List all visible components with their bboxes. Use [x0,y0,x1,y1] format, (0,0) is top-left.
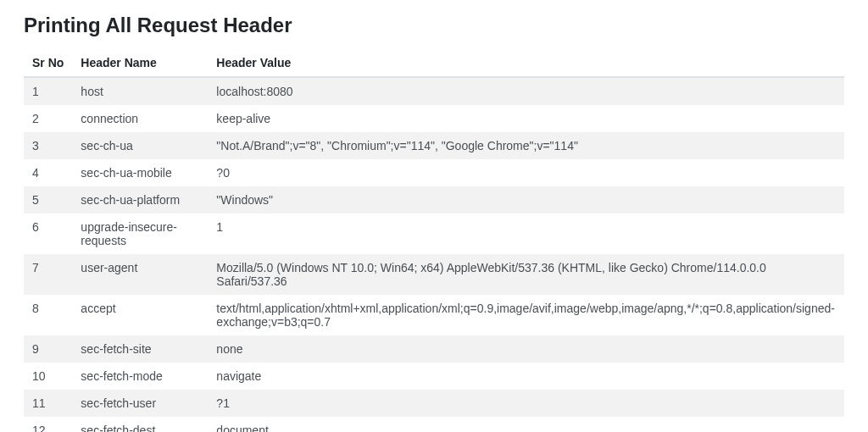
request-headers-table: Sr No Header Name Header Value 1hostloca… [24,49,844,432]
cell-sr: 11 [24,390,72,417]
cell-value: ?1 [208,390,844,417]
table-header-row: Sr No Header Name Header Value [24,49,844,77]
table-row: 11sec-fetch-user?1 [24,390,844,417]
col-header-name: Header Name [72,49,208,77]
cell-name: user-agent [72,254,208,295]
table-row: 1hostlocalhost:8080 [24,77,844,105]
cell-name: sec-fetch-mode [72,363,208,390]
cell-value: "Not.A/Brand";v="8", "Chromium";v="114",… [208,132,844,159]
cell-value: localhost:8080 [208,77,844,105]
cell-name: upgrade-insecure-requests [72,213,208,254]
table-row: 6upgrade-insecure-requests1 [24,213,844,254]
cell-sr: 1 [24,77,72,105]
cell-sr: 7 [24,254,72,295]
cell-value: Mozilla/5.0 (Windows NT 10.0; Win64; x64… [208,254,844,295]
cell-name: sec-ch-ua-platform [72,186,208,213]
cell-name: accept [72,295,208,335]
cell-value: keep-alive [208,105,844,132]
cell-value: text/html,application/xhtml+xml,applicat… [208,295,844,335]
cell-sr: 6 [24,213,72,254]
cell-sr: 10 [24,363,72,390]
cell-name: connection [72,105,208,132]
cell-name: sec-fetch-dest [72,417,208,432]
table-row: 10sec-fetch-modenavigate [24,363,844,390]
table-row: 12sec-fetch-destdocument [24,417,844,432]
cell-sr: 8 [24,295,72,335]
cell-value: ?0 [208,159,844,186]
table-body: 1hostlocalhost:8080 2connectionkeep-aliv… [24,77,844,432]
cell-name: sec-ch-ua-mobile [72,159,208,186]
cell-sr: 5 [24,186,72,213]
cell-name: sec-ch-ua [72,132,208,159]
cell-name: host [72,77,208,105]
table-row: 8accepttext/html,application/xhtml+xml,a… [24,295,844,335]
cell-sr: 2 [24,105,72,132]
cell-value: 1 [208,213,844,254]
table-row: 4sec-ch-ua-mobile?0 [24,159,844,186]
cell-sr: 9 [24,335,72,363]
cell-value: navigate [208,363,844,390]
cell-sr: 4 [24,159,72,186]
cell-value: "Windows" [208,186,844,213]
table-row: 3sec-ch-ua"Not.A/Brand";v="8", "Chromium… [24,132,844,159]
table-row: 9sec-fetch-sitenone [24,335,844,363]
page-title: Printing All Request Header [24,14,844,37]
cell-name: sec-fetch-site [72,335,208,363]
cell-sr: 12 [24,417,72,432]
cell-value: document [208,417,844,432]
table-row: 7user-agentMozilla/5.0 (Windows NT 10.0;… [24,254,844,295]
cell-name: sec-fetch-user [72,390,208,417]
cell-sr: 3 [24,132,72,159]
cell-value: none [208,335,844,363]
col-header-value: Header Value [208,49,844,77]
col-header-srno: Sr No [24,49,72,77]
table-row: 2connectionkeep-alive [24,105,844,132]
table-row: 5sec-ch-ua-platform"Windows" [24,186,844,213]
